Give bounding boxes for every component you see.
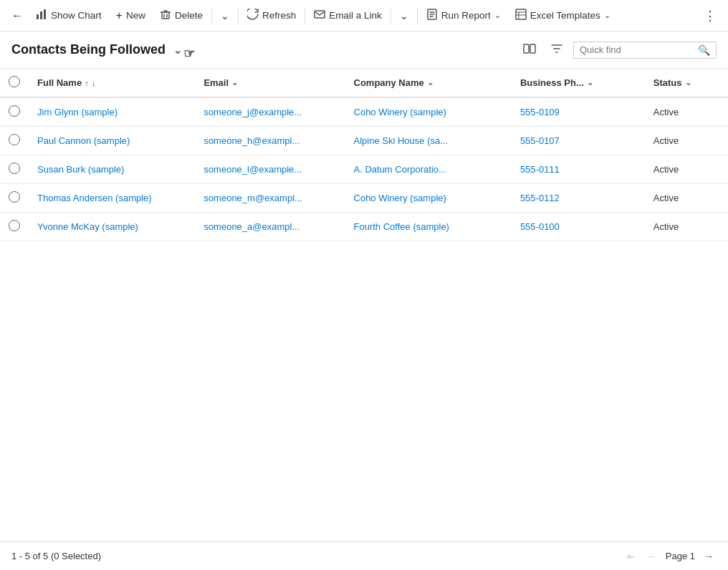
delete-dropdown[interactable]: ⌄ [214,6,236,26]
row-status-3: Active [645,184,728,213]
company-link-0[interactable]: Coho Winery (sample) [354,107,446,117]
row-select-0 [0,97,29,127]
search-box: 🔍 [573,42,717,59]
company-link-1[interactable]: Alpine Ski House (sa... [354,135,449,146]
search-icon[interactable]: 🔍 [698,44,710,56]
excel-chevron: ⌄ [604,11,610,20]
col-phone-label: Business Ph... [520,77,584,88]
row-radio-2[interactable] [9,163,20,174]
new-button[interactable]: + New [109,5,153,26]
delete-icon [160,9,171,22]
refresh-icon [247,9,259,22]
refresh-label: Refresh [262,10,296,21]
fullname-link-4[interactable]: Yvonne McKay (sample) [37,221,138,232]
svg-rect-7 [524,44,529,53]
view-title-chevron[interactable]: ⌄ ☞ [173,44,182,56]
svg-rect-2 [44,9,46,19]
row-company-0: Coho Winery (sample) [345,97,512,127]
delete-button[interactable]: Delete [153,4,210,26]
back-button[interactable]: ← [6,5,29,26]
toolbar: ← Show Chart + New Delete ⌄ [0,0,728,32]
back-icon: ← [11,9,23,21]
email-link-button[interactable]: Email a Link [307,4,389,26]
phone-link-3[interactable]: 555-0112 [520,193,560,203]
row-select-1 [0,127,29,155]
status-badge-1: Active [653,135,679,146]
phone-link-0[interactable]: 555-0109 [520,107,560,117]
col-header-select [0,69,29,97]
email-link-4[interactable]: someone_a@exampl... [203,221,300,232]
row-radio-3[interactable] [9,191,20,203]
table-row: Thomas Andersen (sample) someone_m@examp… [0,184,728,213]
sep5 [417,7,418,24]
company-link-2[interactable]: A. Datum Corporatio... [354,164,446,175]
col-email-label: Email [203,77,229,88]
run-report-chevron: ⌄ [494,11,501,20]
email-dropdown[interactable]: ⌄ [393,6,416,26]
select-all-checkbox[interactable] [9,76,20,87]
email-link-label: Email a Link [329,10,382,21]
phone-link-1[interactable]: 555-0107 [520,135,560,146]
table-row: Jim Glynn (sample) someone_j@example... … [0,97,728,127]
phone-link-2[interactable]: 555-0111 [520,164,560,175]
row-phone-0: 555-0109 [512,97,645,127]
row-company-2: A. Datum Corporatio... [345,155,512,184]
svg-rect-0 [37,14,39,19]
chart-icon [36,9,47,22]
email-sort-icon[interactable]: ⌄ [231,78,238,87]
view-title: Contacts Being Followed ⌄ ☞ [11,42,182,57]
row-radio-1[interactable] [9,134,20,145]
svg-rect-3 [162,12,169,19]
status-sort-icon[interactable]: ⌄ [685,78,691,87]
search-input[interactable] [580,44,698,55]
col-full-name-label: Full Name [37,77,82,88]
status-badge-3: Active [653,193,679,203]
edit-columns-button[interactable] [519,39,540,61]
row-fullname-2: Susan Burk (sample) [29,155,195,184]
company-link-4[interactable]: Fourth Coffee (sample) [354,221,449,232]
sort-desc-icon[interactable]: ↓ [92,79,96,87]
phone-link-4[interactable]: 555-0100 [520,221,560,232]
row-fullname-4: Yvonne McKay (sample) [29,213,195,241]
excel-templates-button[interactable]: Excel Templates ⌄ [508,4,618,26]
email-link-0[interactable]: someone_j@example... [203,107,302,117]
fullname-link-2[interactable]: Susan Burk (sample) [37,164,124,175]
sep3 [305,7,305,24]
row-status-1: Active [645,127,728,155]
new-icon: + [116,9,123,22]
row-select-2 [0,155,29,184]
phone-sort-icon[interactable]: ⌄ [587,78,593,87]
company-sort-icon[interactable]: ⌄ [427,78,434,87]
row-select-4 [0,213,29,241]
row-email-2: someone_l@example... [195,155,345,184]
new-label: New [126,10,145,21]
more-button[interactable]: ⋮ [698,4,722,28]
email-link-2[interactable]: someone_l@example... [203,164,302,175]
table-header-row: Full Name ↑ ↓ Email ⌄ Company Name ⌄ [0,69,728,97]
refresh-button[interactable]: Refresh [240,4,303,26]
row-email-3: someone_m@exampl... [195,184,345,213]
run-report-button[interactable]: Run Report ⌄ [419,4,508,26]
row-phone-4: 555-0100 [512,213,645,241]
email-link-1[interactable]: someone_h@exampl... [203,135,300,146]
sep1 [211,7,212,24]
table-container: Full Name ↑ ↓ Email ⌄ Company Name ⌄ [0,69,728,241]
excel-templates-label: Excel Templates [530,10,600,21]
delete-label: Delete [175,10,203,21]
filter-button[interactable] [546,39,567,61]
fullname-link-3[interactable]: Thomas Andersen (sample) [37,193,152,203]
fullname-link-1[interactable]: Paul Cannon (sample) [37,135,130,146]
show-chart-button[interactable]: Show Chart [29,4,109,26]
svg-rect-1 [40,11,42,19]
row-radio-4[interactable] [9,220,20,231]
row-radio-0[interactable] [9,105,20,117]
status-badge-0: Active [653,107,679,117]
company-link-3[interactable]: Coho Winery (sample) [354,193,446,203]
row-company-1: Alpine Ski House (sa... [345,127,512,155]
show-chart-label: Show Chart [51,10,102,21]
sort-asc-icon[interactable]: ↑ [85,79,89,87]
email-link-3[interactable]: someone_m@exampl... [203,193,302,203]
fullname-link-0[interactable]: Jim Glynn (sample) [37,107,118,117]
col-header-status: Status ⌄ [645,69,728,97]
data-table: Full Name ↑ ↓ Email ⌄ Company Name ⌄ [0,69,728,241]
